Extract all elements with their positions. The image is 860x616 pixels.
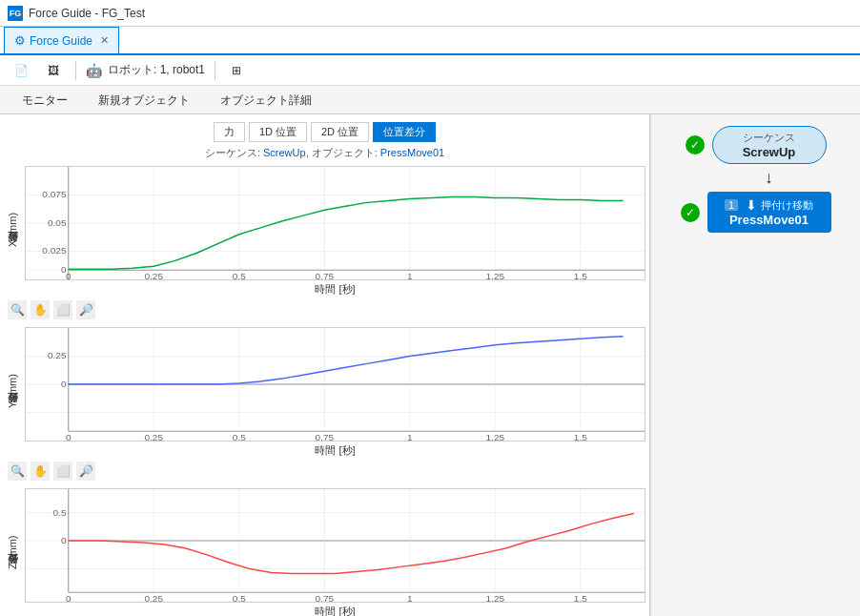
zoom-reset-y-btn[interactable]: 🔍: [8, 462, 27, 481]
title-bar: FG Force Guide - FG_Test: [0, 0, 860, 27]
svg-text:1.5: 1.5: [574, 272, 587, 279]
chart-x-area: 0.075 0.05 0.025 0 0 0.25 0.5 0.75 1 1.2…: [25, 166, 645, 280]
chart-z-ylabel: 位置差分 Z (mm): [4, 488, 25, 616]
app-icon: FG: [8, 6, 23, 21]
sequence-name: ScrewUp: [732, 145, 807, 159]
fit-x-btn[interactable]: 🔎: [76, 300, 95, 319]
svg-text:0.05: 0.05: [48, 218, 67, 228]
svg-text:1.25: 1.25: [486, 272, 505, 279]
zoom-reset-x-btn[interactable]: 🔍: [8, 300, 27, 319]
svg-text:1.25: 1.25: [486, 594, 505, 602]
action-check-icon: ✓: [681, 203, 700, 222]
divider2: [215, 61, 215, 80]
action-header: 1 ⬇ 押付け移動: [725, 197, 813, 213]
svg-text:0.75: 0.75: [316, 433, 335, 441]
press-move-icon: ⬇: [746, 197, 757, 213]
robot-icon: 🤖: [86, 63, 102, 78]
chart-subtitle: シーケンス: ScrewUp, オブジェクト: PressMove01: [4, 146, 645, 160]
svg-text:0.75: 0.75: [316, 272, 335, 279]
filter-2d-btn[interactable]: 2D 位置: [311, 122, 369, 142]
svg-text:0: 0: [66, 594, 72, 602]
tab-icon: ⚙: [14, 33, 26, 48]
chart-y-xlabel: 時間 [秒]: [25, 443, 645, 458]
right-panel: ✓ シーケンス ScrewUp ↓ ✓ 1 ⬇ 押付け移動 PressMove0…: [650, 114, 860, 616]
svg-text:0.25: 0.25: [144, 272, 163, 279]
tab-bar: ⚙ Force Guide ✕: [0, 27, 860, 55]
photo-icon: 🖼: [48, 64, 59, 77]
chart-z-xlabel: 時間 [秒]: [25, 605, 645, 616]
nav-tab-monitor[interactable]: モニター: [8, 88, 82, 113]
divider: [75, 61, 76, 80]
chart-y-container: 位置差分 Y (mm): [4, 327, 645, 458]
tab-close-button[interactable]: ✕: [100, 34, 109, 47]
svg-text:1: 1: [407, 272, 413, 279]
chart-x-xlabel: 時間 [秒]: [25, 282, 645, 297]
zoom-area-x-btn[interactable]: ⬜: [53, 300, 72, 319]
page-icon-btn[interactable]: 📄: [8, 61, 35, 80]
sequence-title: シーケンス: [732, 131, 807, 145]
chart-y-svg: 0.25 0 0 0.25 0.5 0.75 1 1.25 1.5: [26, 328, 645, 441]
svg-text:1: 1: [407, 594, 413, 602]
svg-text:1.5: 1.5: [574, 433, 587, 441]
force-guide-tab[interactable]: ⚙ Force Guide ✕: [4, 27, 119, 53]
window-title: Force Guide - FG_Test: [29, 7, 145, 20]
fit-y-btn[interactable]: 🔎: [76, 462, 95, 481]
robot-label: ロボット: 1, robot1: [108, 62, 205, 78]
tab-label: Force Guide: [30, 34, 92, 48]
svg-text:0.25: 0.25: [48, 351, 67, 360]
sequence-node: ✓ シーケンス ScrewUp ↓ ✓ 1 ⬇ 押付け移動 PressMove0…: [661, 126, 850, 233]
chart-z-svg: 0.5 0 0 0.25 0.5 0.75 1 1.25 1.5: [26, 489, 645, 602]
chart-z-container: 位置差分 Z (mm): [4, 488, 645, 616]
pan-y-btn[interactable]: ✋: [31, 462, 50, 481]
action-name: PressMove01: [729, 213, 809, 227]
nav-tabs: モニター 新規オブジェクト オブジェクト詳細: [0, 86, 860, 114]
svg-text:0: 0: [61, 536, 67, 545]
toolbar: 📄 🖼 🤖 ロボット: 1, robot1 ⊞: [0, 55, 860, 86]
chart-x-svg: 0.075 0.05 0.025 0 0 0.25 0.5 0.75 1 1.2…: [26, 167, 645, 279]
nav-tab-object-detail[interactable]: オブジェクト詳細: [206, 88, 326, 113]
svg-text:0: 0: [66, 272, 72, 279]
action-box[interactable]: 1 ⬇ 押付け移動 PressMove01: [707, 192, 831, 233]
svg-text:0: 0: [61, 380, 67, 389]
photo-icon-btn[interactable]: 🖼: [41, 61, 66, 80]
svg-text:1.25: 1.25: [486, 433, 505, 441]
zoom-area-y-btn[interactable]: ⬜: [53, 462, 72, 481]
action-row: ✓ 1 ⬇ 押付け移動 PressMove01: [681, 192, 831, 233]
svg-text:0.5: 0.5: [233, 433, 246, 441]
svg-text:1: 1: [407, 433, 413, 441]
svg-text:0.075: 0.075: [42, 190, 66, 199]
layout-btn[interactable]: ⊞: [225, 61, 248, 80]
svg-text:0.025: 0.025: [42, 246, 66, 256]
sequence-check-icon: ✓: [686, 135, 705, 154]
sequence-arrow: ↓: [765, 168, 773, 188]
chart-x-icons: 🔍 ✋ ⬜ 🔎: [4, 298, 645, 321]
chart-x-container: 位置差分 X (mm): [4, 166, 645, 297]
svg-text:0.75: 0.75: [316, 594, 335, 602]
svg-text:0: 0: [66, 433, 72, 441]
svg-text:0.5: 0.5: [233, 594, 246, 602]
action-num: 1: [725, 199, 738, 211]
chart-x-ylabel: 位置差分 X (mm): [4, 166, 25, 297]
main-layout: 力 1D 位置 2D 位置 位置差分 シーケンス: ScrewUp, オブジェク…: [0, 114, 860, 616]
chart-y-icons: 🔍 ✋ ⬜ 🔎: [4, 460, 645, 483]
action-title: 押付け移動: [761, 198, 813, 213]
object-name-label: PressMove01: [380, 147, 444, 158]
chart-y-area: 0.25 0 0 0.25 0.5 0.75 1 1.25 1.5: [25, 327, 645, 441]
filter-force-btn[interactable]: 力: [214, 122, 245, 142]
sequence-name-label: ScrewUp: [263, 147, 306, 158]
chart-filter-bar: 力 1D 位置 2D 位置 位置差分: [4, 122, 645, 142]
page-icon: 📄: [14, 64, 29, 77]
charts-panel: 力 1D 位置 2D 位置 位置差分 シーケンス: ScrewUp, オブジェク…: [0, 114, 650, 616]
chart-z-area: 0.5 0 0 0.25 0.5 0.75 1 1.25 1.5: [25, 488, 645, 603]
svg-text:0.5: 0.5: [53, 507, 67, 517]
filter-position-diff-btn[interactable]: 位置差分: [373, 122, 436, 142]
nav-tab-new-object[interactable]: 新規オブジェクト: [84, 88, 204, 113]
svg-text:1.5: 1.5: [574, 594, 587, 602]
svg-text:0.25: 0.25: [144, 433, 163, 441]
layout-icon: ⊞: [232, 64, 241, 77]
svg-text:0.5: 0.5: [233, 272, 246, 279]
svg-text:0.25: 0.25: [144, 594, 163, 602]
sequence-label-box: シーケンス ScrewUp: [712, 126, 827, 164]
filter-1d-btn[interactable]: 1D 位置: [249, 122, 307, 142]
pan-x-btn[interactable]: ✋: [31, 300, 50, 319]
